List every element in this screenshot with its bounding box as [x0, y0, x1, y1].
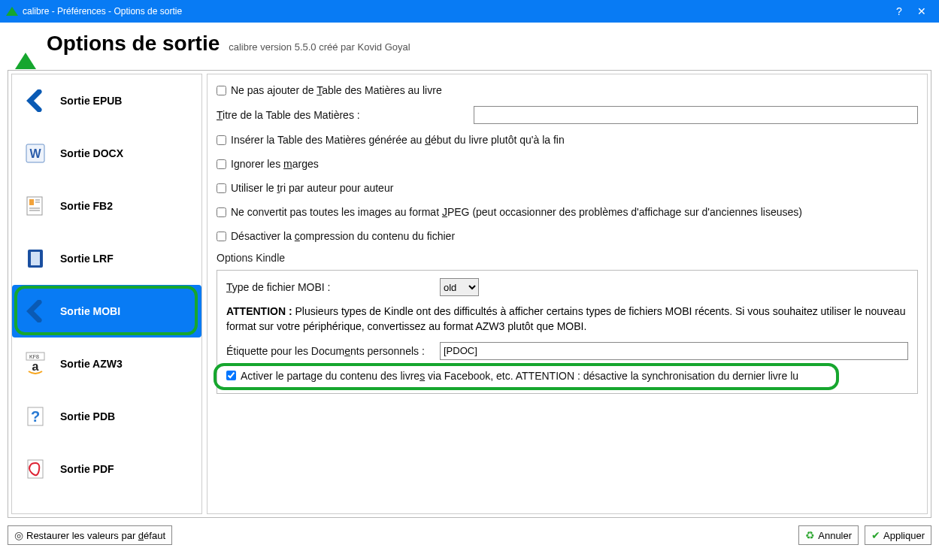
checkbox-no-toc[interactable]: [217, 86, 226, 95]
main-frame: Sortie EPUB W Sortie DOCX Sortie FB2 Sor…: [8, 70, 931, 518]
sidebar-item-lrf[interactable]: Sortie LRF: [12, 232, 201, 285]
page-logo-icon: [15, 41, 38, 61]
azw3-icon: KF8a: [23, 351, 48, 377]
label-toc-title: Titre de la Table des Matières :: [217, 109, 469, 121]
checkbox-ignore-margins[interactable]: [217, 159, 226, 169]
sidebar-item-label: Sortie LRF: [60, 253, 114, 265]
cancel-label: Annuler: [818, 530, 852, 541]
fb2-icon: [23, 193, 48, 219]
label-mobi-type: Type de fichier MOBI :: [226, 281, 435, 293]
epub-icon: [23, 88, 48, 114]
sidebar-item-fb2[interactable]: Sortie FB2: [12, 180, 201, 232]
kindle-section-label: Options Kindle: [217, 252, 918, 264]
checkbox-no-compress[interactable]: [217, 232, 226, 241]
input-pdoc[interactable]: [440, 342, 908, 360]
close-button[interactable]: ✕: [910, 5, 933, 17]
sidebar-item-label: Sortie MOBI: [60, 305, 120, 317]
label-author-sort: Utiliser le tri par auteur pour auteur: [231, 182, 393, 194]
restore-icon: ◎: [14, 529, 23, 541]
svg-rect-9: [31, 252, 40, 265]
checkbox-share[interactable]: [226, 371, 236, 380]
label-no-toc: Ne pas ajouter de Table des Matières au …: [231, 84, 442, 96]
pdf-icon: [23, 456, 48, 482]
cancel-button[interactable]: ♻ Annuler: [798, 525, 859, 545]
mobi-icon: [23, 298, 48, 324]
svg-text:?: ?: [31, 408, 40, 425]
svg-rect-3: [29, 199, 34, 205]
sidebar-item-label: Sortie EPUB: [60, 95, 122, 107]
attention-text: ATTENTION : Plusieurs types de Kindle on…: [226, 304, 908, 334]
version-text: calibre version 5.5.0 créé par Kovid Goy…: [229, 41, 410, 53]
sidebar-item-label: Sortie DOCX: [60, 147, 123, 159]
lrf-icon: [23, 246, 48, 271]
svg-text:W: W: [29, 147, 41, 160]
checkbox-no-jpeg[interactable]: [217, 207, 226, 217]
checkbox-author-sort[interactable]: [217, 183, 226, 193]
recycle-icon: ♻: [805, 529, 815, 541]
label-share: Activer le partage du contenu des livres…: [241, 370, 798, 382]
svg-text:a: a: [32, 360, 39, 373]
label-no-jpeg: Ne convertit pas toutes les images au fo…: [231, 206, 802, 218]
app-icon: [6, 5, 18, 17]
sidebar-item-azw3[interactable]: KF8a Sortie AZW3: [12, 338, 201, 390]
help-button[interactable]: ?: [888, 5, 910, 17]
kindle-groupbox: Type de fichier MOBI : old ATTENTION : P…: [217, 270, 918, 394]
window-title: calibre - Préférences - Options de sorti…: [23, 6, 888, 17]
sidebar-item-pdb[interactable]: ? Sortie PDB: [12, 390, 201, 443]
check-icon: ✔: [871, 529, 880, 541]
sidebar-item-label: Sortie FB2: [60, 200, 113, 212]
restore-label: Restaurer les valeurs par défaut: [26, 530, 165, 541]
docx-icon: W: [23, 141, 48, 166]
label-no-compress: Désactiver la compression du contenu du …: [231, 230, 455, 242]
sidebar-item-docx[interactable]: W Sortie DOCX: [12, 127, 201, 180]
apply-button[interactable]: ✔ Appliquer: [865, 525, 931, 545]
checkbox-toc-start[interactable]: [217, 135, 226, 145]
sidebar-item-pdf[interactable]: Sortie PDF: [12, 443, 201, 495]
footer: ◎ Restaurer les valeurs par défaut ♻ Ann…: [0, 521, 939, 549]
format-sidebar[interactable]: Sortie EPUB W Sortie DOCX Sortie FB2 Sor…: [11, 74, 202, 514]
titlebar: calibre - Préférences - Options de sorti…: [0, 0, 939, 23]
sidebar-item-mobi[interactable]: Sortie MOBI: [12, 285, 201, 338]
restore-defaults-button[interactable]: ◎ Restaurer les valeurs par défaut: [8, 525, 172, 545]
options-panel: Ne pas ajouter de Table des Matières au …: [207, 74, 928, 514]
page-title: Options de sortie: [47, 32, 220, 56]
apply-label: Appliquer: [883, 530, 925, 541]
select-mobi-type[interactable]: old: [440, 278, 479, 296]
label-ignore-margins: Ignorer les marges: [231, 158, 319, 170]
input-toc-title[interactable]: [474, 106, 918, 124]
pdb-icon: ?: [23, 404, 48, 429]
svg-text:KF8: KF8: [29, 354, 39, 359]
label-toc-start: Insérer la Table des Matières générée au…: [231, 134, 565, 146]
sidebar-item-label: Sortie AZW3: [60, 358, 123, 370]
sidebar-item-label: Sortie PDB: [60, 410, 115, 422]
label-pdoc: Étiquette pour les Documents personnels …: [226, 345, 435, 357]
page-header: Options de sortie calibre version 5.5.0 …: [0, 23, 939, 67]
sidebar-item-label: Sortie PDF: [60, 463, 114, 475]
sidebar-item-epub[interactable]: Sortie EPUB: [12, 74, 201, 127]
